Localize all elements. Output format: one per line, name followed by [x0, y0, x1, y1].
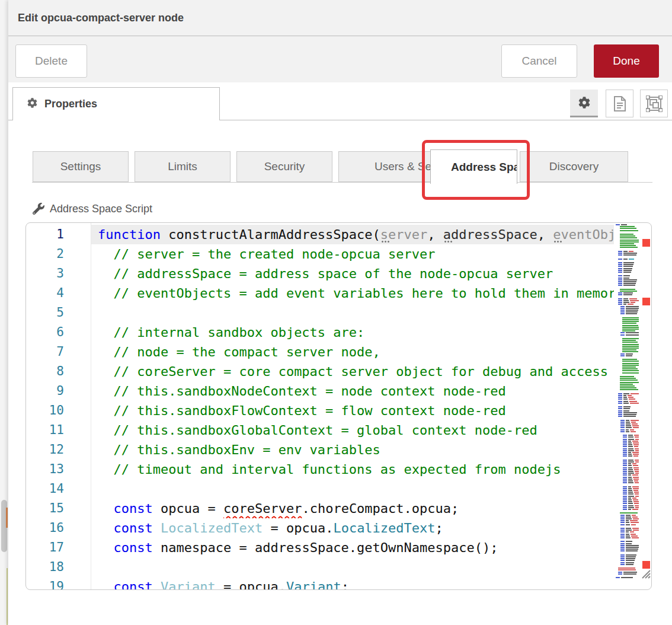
tab-properties[interactable]: Properties: [12, 87, 220, 120]
code-line-1[interactable]: 1function constructAlarmAddressSpace(ser…: [26, 225, 614, 244]
minimap-row: [623, 254, 636, 256]
minimap-row: [626, 334, 639, 336]
description-icon-button[interactable]: [606, 90, 633, 117]
code-line-8[interactable]: 8 // coreServer = core compact server ob…: [26, 362, 614, 381]
minimap-row: [620, 306, 625, 307]
minimap-row: [623, 496, 627, 497]
minimap-row: [620, 522, 625, 523]
minimap-row: [632, 537, 639, 538]
minimap-row: [620, 226, 635, 227]
minimap-row: [623, 259, 628, 260]
minimap-row: [626, 522, 629, 523]
minimap-row: [632, 441, 638, 442]
error-marker[interactable]: [642, 239, 650, 247]
minimap-row: [626, 556, 636, 557]
minimap-row: [626, 515, 631, 516]
code-line-15[interactable]: 15 const opcua = coreServer.choreCompact…: [26, 499, 614, 518]
minimap-row: [629, 259, 634, 260]
minimap-row: [623, 471, 627, 472]
line-content: // coreServer = core compact server obje…: [98, 362, 614, 381]
minimap-row: [632, 486, 639, 487]
minimap-row: [618, 285, 622, 286]
minimap-row: [633, 455, 638, 457]
node-tab-settings[interactable]: Settings: [33, 151, 129, 182]
editor-resize-grip[interactable]: [640, 568, 651, 581]
code-line-10[interactable]: 10 // this.sandboxFlowContext = flow con…: [26, 401, 614, 420]
code-line-11[interactable]: 11 // this.sandboxGlobalContext = global…: [26, 420, 614, 440]
code-line-5[interactable]: 5: [26, 303, 614, 323]
minimap-row: [630, 403, 639, 404]
line-content: function constructAlarmAddressSpace(serv…: [98, 225, 614, 244]
minimap-row: [626, 520, 629, 521]
code-line-16[interactable]: 16 const LocalizedText = opcua.Localized…: [26, 518, 614, 538]
done-button[interactable]: Done: [594, 44, 659, 78]
code-line-7[interactable]: 7 // node = the compact server node,: [26, 342, 614, 362]
minimap-row: [623, 573, 636, 575]
cancel-button[interactable]: Cancel: [501, 44, 577, 78]
code-line-13[interactable]: 13 // timeout and interval functions as …: [26, 460, 614, 479]
node-tab-address-space[interactable]: Address Space: [430, 149, 517, 184]
minimap-row: [628, 465, 632, 466]
node-tab-discovery[interactable]: Discovery: [520, 151, 628, 182]
minimap-row: [623, 406, 631, 407]
code-line-14[interactable]: 14: [26, 479, 614, 499]
minimap-row: [622, 338, 639, 339]
line-number: 4: [26, 283, 64, 303]
code-line-12[interactable]: 12 // this.sandboxEnv = env variables: [26, 440, 614, 460]
minimap-row: [628, 461, 634, 463]
line-content: const Variant = opcua.Variant;: [98, 577, 614, 590]
minimap-row: [635, 439, 639, 440]
minimap-row: [622, 330, 635, 331]
minimap-row: [635, 450, 639, 451]
minimap-row: [629, 251, 633, 252]
minimap-row: [633, 530, 639, 531]
code-line-2[interactable]: 2 // server = the created node-opcua ser…: [26, 244, 614, 264]
node-tab-limits[interactable]: Limits: [135, 151, 231, 182]
node-tab-security[interactable]: Security: [236, 151, 332, 182]
code-editor[interactable]: 1function constructAlarmAddressSpace(ser…: [25, 222, 652, 590]
minimap-row: [626, 547, 639, 548]
minimap-row: [623, 505, 627, 506]
error-marker[interactable]: [642, 298, 650, 305]
code-line-9[interactable]: 9 // this.sandboxNodeContext = node cont…: [26, 381, 614, 401]
minimap-row: [623, 408, 630, 409]
minimap-row: [618, 403, 622, 404]
minimap-row: [628, 477, 632, 478]
line-number: 18: [26, 557, 64, 577]
minimap-row: [626, 524, 630, 525]
minimap-row: [622, 359, 637, 360]
properties-icon-button[interactable]: [570, 90, 598, 117]
code-line-18[interactable]: 18: [26, 557, 614, 577]
line-number: 14: [26, 479, 64, 499]
minimap-row: [631, 431, 636, 432]
code-line-3[interactable]: 3 // addressSpace = address space of the…: [26, 264, 614, 283]
line-content: const namespace = addressSpace.getOwnNam…: [98, 538, 614, 557]
minimap-row: [630, 520, 638, 521]
minimap-row: [618, 395, 622, 396]
minimap-row: [628, 507, 634, 508]
code-line-17[interactable]: 17 const namespace = addressSpace.getOwn…: [26, 538, 614, 557]
code-line-4[interactable]: 4 // eventObjects = add event variables …: [26, 283, 614, 303]
minimap-row: [618, 573, 622, 575]
minimap-row: [626, 427, 632, 428]
minimap-row: [628, 446, 633, 447]
minimap-row: [626, 528, 631, 529]
minimap-row: [620, 376, 634, 377]
delete-button[interactable]: Delete: [15, 44, 87, 78]
code-line-19[interactable]: 19 const Variant = opcua.Variant;: [26, 577, 614, 590]
minimap-row: [633, 442, 639, 444]
minimap-row: [620, 234, 633, 235]
code-line-6[interactable]: 6 // internal sandbox objects are:: [26, 323, 614, 342]
minimap-row: [618, 408, 622, 409]
minimap-row: [628, 452, 631, 453]
appearance-icon-button[interactable]: [640, 90, 668, 117]
minimap-row: [623, 398, 628, 400]
minimap-row: [620, 530, 625, 531]
minimap-row: [628, 304, 633, 305]
minimap-row: [623, 272, 631, 273]
node-tab-users-sets[interactable]: Users & Sets: [338, 151, 434, 182]
minimap-row: [620, 547, 625, 548]
minimap-row: [620, 535, 625, 537]
line-content: const LocalizedText = opcua.LocalizedTex…: [98, 518, 614, 538]
editor-minimap[interactable]: [614, 224, 639, 589]
